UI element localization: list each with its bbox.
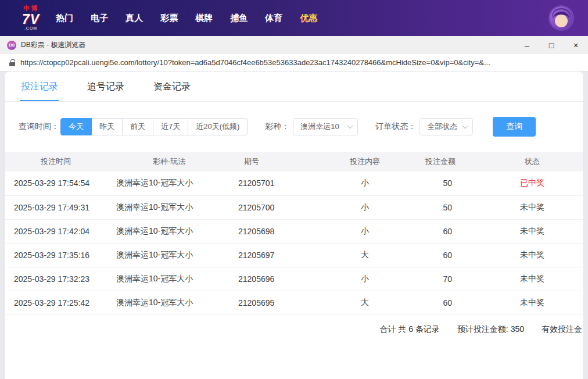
lottery-select[interactable]: 澳洲幸运10	[293, 118, 358, 135]
nav-item-electronic[interactable]: 电子	[91, 13, 108, 24]
cell-bet-time: 2025-03-29 17:35:16	[5, 243, 107, 267]
table-summary: 合计 共 6 条记录 预计投注金额: 350 有效投注金	[5, 315, 583, 344]
records-panel: 投注记录 追号记录 资金记录 查询时间： 今天 昨天 前天 近7天 近20天(低…	[5, 71, 583, 379]
site-top-nav: 申博 7V .COM 热门 电子 真人 彩票 棋牌 捕鱼 体育 优惠	[0, 0, 588, 36]
cell-content: 小	[330, 267, 400, 291]
cell-amount: 50	[400, 171, 481, 195]
cell-issue: 21205697	[231, 243, 330, 267]
cell-status: 未中奖	[481, 195, 583, 219]
cell-game: 澳洲幸运10-冠军大小	[107, 291, 231, 314]
cell-amount: 60	[400, 291, 481, 314]
close-button[interactable]: ×	[564, 36, 588, 54]
cell-issue: 21205700	[231, 195, 330, 219]
cell-amount: 70	[400, 267, 481, 291]
cell-bet-time: 2025-03-29 17:54:54	[5, 171, 107, 195]
order-status-value: 全部状态	[427, 121, 457, 132]
summary-expected-amount: 预计投注金额: 350	[457, 324, 524, 335]
cell-status: 未中奖	[481, 267, 583, 291]
summary-total-count: 合计 共 6 条记录	[379, 324, 439, 335]
tab-fund-records[interactable]: 资金记录	[152, 71, 192, 101]
window-controls: – □ ×	[515, 36, 588, 54]
nav-item-lottery[interactable]: 彩票	[160, 13, 178, 24]
filter-last7days-button[interactable]: 近7天	[153, 118, 188, 135]
browser-titlebar: D8 DB彩票 - 极速浏览器 – □ ×	[0, 36, 588, 54]
url-text[interactable]: https://ctopcp02pcali.uengi5e.com/lotter…	[20, 58, 490, 67]
page-background: 投注记录 追号记录 资金记录 查询时间： 今天 昨天 前天 近7天 近20天(低…	[0, 71, 588, 379]
table-header-row: 投注时间 彩种-玩法 期号 投注内容 投注金额 状态	[5, 152, 583, 171]
cell-bet-time: 2025-03-29 17:49:31	[5, 195, 107, 219]
cell-issue: 21205695	[231, 291, 330, 314]
nav-item-sports[interactable]: 体育	[265, 13, 282, 24]
query-button[interactable]: 查询	[493, 117, 536, 137]
browser-address-bar[interactable]: https://ctopcp02pcali.uengi5e.com/lotter…	[0, 54, 588, 71]
cell-bet-time: 2025-03-29 17:25:42	[5, 291, 107, 314]
cell-bet-time: 2025-03-29 17:42:04	[5, 219, 107, 243]
chevron-down-icon	[347, 123, 353, 129]
header-content: 投注内容	[330, 152, 400, 171]
tab-bet-records[interactable]: 投注记录	[20, 71, 59, 101]
header-status: 状态	[481, 152, 583, 171]
order-status-label: 订单状态：	[375, 121, 416, 132]
table-row: 2025-03-29 17:25:42 澳洲幸运10-冠军大小 21205695…	[5, 291, 583, 314]
cell-content: 大	[330, 291, 400, 314]
cell-amount: 60	[400, 243, 481, 267]
cell-game: 澳洲幸运10-冠军大小	[107, 171, 231, 195]
summary-valid-amount: 有效投注金	[542, 324, 582, 335]
time-range-group: 今天 昨天 前天 近7天 近20天(低频)	[60, 118, 248, 135]
tab-chase-records[interactable]: 追号记录	[86, 71, 126, 101]
browser-app-icon: D8	[7, 41, 16, 50]
cell-game: 澳洲幸运10-冠军大小	[107, 243, 231, 267]
cell-status: 未中奖	[481, 243, 583, 267]
lock-icon	[9, 59, 15, 66]
cell-status: 已中奖	[481, 171, 583, 195]
bet-records-table: 投注时间 彩种-玩法 期号 投注内容 投注金额 状态 2025-03-29 17…	[5, 152, 583, 315]
table-row: 2025-03-29 17:49:31 澳洲幸运10-冠军大小 21205700…	[5, 195, 583, 219]
records-tabs: 投注记录 追号记录 资金记录	[5, 71, 583, 102]
cell-issue: 21205698	[231, 219, 330, 243]
nav-item-promotions[interactable]: 优惠	[300, 13, 317, 24]
header-amount: 投注金额	[400, 152, 481, 171]
cell-game: 澳洲幸运10-冠军大小	[107, 267, 231, 291]
nav-item-chess[interactable]: 棋牌	[195, 13, 213, 24]
cell-bet-time: 2025-03-29 17:32:23	[5, 267, 107, 291]
header-issue: 期号	[231, 152, 330, 171]
nav-item-fishing[interactable]: 捕鱼	[230, 13, 248, 24]
cell-amount: 60	[400, 219, 481, 243]
cell-content: 小	[330, 195, 400, 219]
lottery-type-label: 彩种：	[265, 121, 289, 132]
window-title: DB彩票 - 极速浏览器	[21, 40, 85, 50]
cell-content: 大	[330, 243, 400, 267]
cell-status: 未中奖	[481, 291, 583, 314]
header-game: 彩种-玩法	[107, 152, 231, 171]
user-avatar[interactable]	[550, 6, 573, 30]
header-bet-time: 投注时间	[5, 152, 107, 171]
cell-game: 澳洲幸运10-冠军大小	[107, 195, 231, 219]
cell-amount: 50	[400, 195, 481, 219]
nav-item-live[interactable]: 真人	[126, 13, 143, 24]
site-nav-menu: 热门 电子 真人 彩票 棋牌 捕鱼 体育 优惠	[56, 13, 550, 24]
filter-day-before-button[interactable]: 前天	[122, 118, 153, 135]
cell-status: 未中奖	[481, 219, 583, 243]
filter-today-button[interactable]: 今天	[60, 118, 92, 135]
cell-issue: 21205696	[231, 267, 330, 291]
site-logo[interactable]: 申博 7V .COM	[22, 5, 40, 30]
minimize-button[interactable]: –	[515, 36, 539, 54]
table-row: 2025-03-29 17:42:04 澳洲幸运10-冠军大小 21205698…	[5, 219, 583, 243]
query-time-label: 查询时间：	[19, 121, 59, 132]
table-row: 2025-03-29 17:32:23 澳洲幸运10-冠军大小 21205696…	[5, 267, 583, 291]
cell-issue: 21205701	[231, 171, 330, 195]
filter-yesterday-button[interactable]: 昨天	[91, 118, 123, 135]
table-row: 2025-03-29 17:35:16 澳洲幸运10-冠军大小 21205697…	[5, 243, 583, 267]
lottery-select-value: 澳洲幸运10	[300, 121, 339, 132]
cell-game: 澳洲幸运10-冠军大小	[107, 219, 231, 243]
site-logo-text-com: .COM	[24, 26, 37, 30]
order-status-select[interactable]: 全部状态	[420, 118, 473, 135]
filter-last20days-button[interactable]: 近20天(低频)	[188, 118, 248, 135]
filter-bar: 查询时间： 今天 昨天 前天 近7天 近20天(低频) 彩种： 澳洲幸运10 订…	[5, 102, 583, 148]
nav-item-hot[interactable]: 热门	[56, 13, 73, 24]
maximize-button[interactable]: □	[539, 36, 564, 54]
table-row: 2025-03-29 17:54:54 澳洲幸运10-冠军大小 21205701…	[5, 171, 583, 195]
chevron-down-icon	[462, 123, 468, 129]
site-logo-text-main: 7V	[22, 12, 40, 26]
cell-content: 小	[330, 219, 400, 243]
